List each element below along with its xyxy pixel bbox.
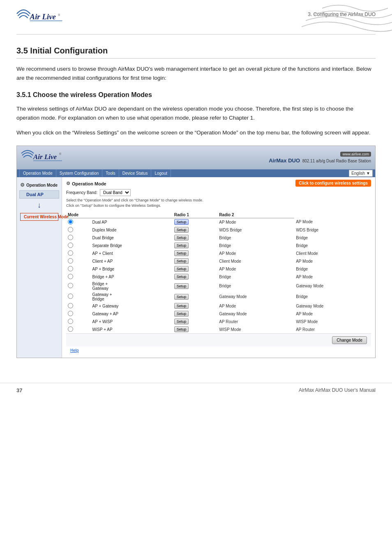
mode-name-cell: Gateway + AP xyxy=(91,310,173,318)
device-main-header: ⚙ Operation Mode Click to configure wire… xyxy=(66,180,371,187)
mode-radio-cell[interactable] xyxy=(66,273,91,281)
setup-button[interactable]: Setup xyxy=(174,219,189,225)
radio1-cell: Bridge xyxy=(217,281,294,291)
col-radio2-header: Radio 2 xyxy=(217,212,294,218)
mode-name-cell: AP + Bridge xyxy=(91,265,173,273)
setup-button[interactable]: Setup xyxy=(174,235,189,240)
sidebar-section-header: ⚙ Operation Mode xyxy=(17,180,62,190)
table-row: WiSP + APSetupWISP ModeAP Router xyxy=(66,326,371,333)
mode-radio-cell[interactable] xyxy=(66,318,91,326)
nav-tools[interactable]: Tools xyxy=(102,169,119,177)
setup-btn-cell[interactable]: Setup xyxy=(173,326,218,333)
setup-btn-cell[interactable]: Setup xyxy=(173,302,218,310)
mode-radio-cell[interactable] xyxy=(66,218,91,226)
device-topbar: Air Live ® www.airlive.com AirMax DUO 80… xyxy=(17,146,375,169)
sidebar-arrow-icon: ↓ xyxy=(17,199,62,211)
radio2-cell: WISP Mode xyxy=(294,318,371,326)
device-bottom-bar: Change Mode xyxy=(66,333,371,347)
setup-button[interactable]: Setup xyxy=(174,283,189,289)
setup-btn-cell[interactable]: Setup xyxy=(173,250,218,257)
mode-radio-cell[interactable] xyxy=(66,281,91,291)
language-select[interactable]: English ▼ xyxy=(349,170,373,177)
setup-btn-cell[interactable]: Setup xyxy=(173,242,218,250)
instruction-line1: Select the "Operation Mode" and click on… xyxy=(66,198,371,203)
setup-button[interactable]: Setup xyxy=(174,250,189,256)
setup-btn-cell[interactable]: Setup xyxy=(173,281,218,291)
radio1-cell: Bridge xyxy=(217,242,294,250)
setup-button[interactable]: Setup xyxy=(174,274,189,280)
instruction-text: Select the "Operation Mode" and click on… xyxy=(66,198,371,208)
radio1-cell: AP Mode xyxy=(217,265,294,273)
radio2-cell: AP Mode xyxy=(294,273,371,281)
mode-name-cell: Bridge + AP xyxy=(91,273,173,281)
setup-button[interactable]: Setup xyxy=(174,303,189,309)
device-brand-info: www.airlive.com AirMax DUO 802.11 a/b/g … xyxy=(269,152,371,164)
freq-band-select[interactable]: Dual Band 2.4GHz 5GHz xyxy=(100,189,131,196)
setup-btn-cell[interactable]: Setup xyxy=(173,265,218,273)
change-mode-button[interactable]: Change Mode xyxy=(332,336,367,344)
svg-text:®: ® xyxy=(58,14,60,16)
setup-btn-cell[interactable]: Setup xyxy=(173,218,218,226)
mode-radio-cell[interactable] xyxy=(66,265,91,273)
radio2-cell: AP Mode xyxy=(294,218,371,226)
sidebar-dual-ap[interactable]: Dual AP xyxy=(19,190,59,199)
setup-btn-cell[interactable]: Setup xyxy=(173,310,218,318)
mode-radio-cell[interactable] xyxy=(66,310,91,318)
nav-system-config[interactable]: System Configuration xyxy=(56,169,103,177)
mode-radio-cell[interactable] xyxy=(66,291,91,302)
mode-radio-cell[interactable] xyxy=(66,326,91,333)
radio2-cell: Bridge xyxy=(294,291,371,302)
setup-button[interactable]: Setup xyxy=(174,311,189,317)
lang-dropdown-icon: ▼ xyxy=(366,171,370,176)
mode-name-cell: Separate Bridge xyxy=(91,242,173,250)
mode-radio-cell[interactable] xyxy=(66,226,91,234)
setup-btn-cell[interactable]: Setup xyxy=(173,291,218,302)
radio2-cell: Bridge xyxy=(294,234,371,242)
setup-button[interactable]: Setup xyxy=(174,326,189,332)
table-row: Dual BridgeSetupBridgeBridge xyxy=(66,234,371,242)
setup-btn-cell[interactable]: Setup xyxy=(173,226,218,234)
nav-logout[interactable]: Logout xyxy=(151,169,171,177)
setup-button[interactable]: Setup xyxy=(174,294,189,300)
table-row: AP + BridgeSetupAP ModeBridge xyxy=(66,265,371,273)
setup-btn-cell[interactable]: Setup xyxy=(173,257,218,265)
subsection-title: 3.5.1 Choose the wireless Operation Mode… xyxy=(16,91,376,99)
product-desc: 802.11 a/b/g Dual Radio Base Station xyxy=(302,159,371,163)
freq-band-row: Frequency Band: Dual Band 2.4GHz 5GHz xyxy=(66,189,371,196)
col-mode-header: Mode xyxy=(66,212,173,218)
setup-button[interactable]: Setup xyxy=(174,266,189,272)
product-name: AirMax DUO xyxy=(269,157,300,164)
table-row: Dual APSetupAP ModeAP Mode xyxy=(66,218,371,226)
page-footer: 37 AirMax AirMax DUO User's Manual xyxy=(0,383,392,398)
main-section-label: Operation Mode xyxy=(72,181,106,186)
table-row: Bridge + APSetupBridgeAP Mode xyxy=(66,273,371,281)
page-number: 37 xyxy=(16,387,22,393)
mode-radio-cell[interactable] xyxy=(66,242,91,250)
setup-btn-cell[interactable]: Setup xyxy=(173,234,218,242)
mode-name-cell: Bridge +Gateway xyxy=(91,281,173,291)
device-sidebar: ⚙ Operation Mode Dual AP ↓ Current Wirel… xyxy=(17,177,62,357)
radio2-cell: Bridge xyxy=(294,265,371,273)
setup-btn-cell[interactable]: Setup xyxy=(173,273,218,281)
nav-device-status[interactable]: Device Status xyxy=(119,169,152,177)
mode-radio-cell[interactable] xyxy=(66,257,91,265)
radio1-cell: Gateway Mode xyxy=(217,310,294,318)
nav-operation-mode[interactable]: Operation Mode xyxy=(19,169,56,177)
mode-radio-cell[interactable] xyxy=(66,302,91,310)
mode-radio-cell[interactable] xyxy=(66,234,91,242)
lang-value: English xyxy=(351,171,365,176)
mode-name-cell: WiSP + AP xyxy=(91,326,173,333)
setup-button[interactable]: Setup xyxy=(174,319,189,324)
section-title: 3.5 Initial Configuration xyxy=(16,46,376,59)
setup-button[interactable]: Setup xyxy=(174,258,189,264)
setup-button[interactable]: Setup xyxy=(174,243,189,248)
setup-button[interactable]: Setup xyxy=(174,227,189,233)
radio2-cell: Bridge xyxy=(294,242,371,250)
help-link[interactable]: Help xyxy=(66,347,371,354)
mode-table: Mode Radio 1 Radio 2 Dual APSetupAP Mode… xyxy=(66,212,371,333)
mode-radio-cell[interactable] xyxy=(66,250,91,257)
setup-btn-cell[interactable]: Setup xyxy=(173,318,218,326)
radio1-cell: WISP Mode xyxy=(217,326,294,333)
mode-name-cell: Client + AP xyxy=(91,257,173,265)
radio1-cell: Bridge xyxy=(217,234,294,242)
